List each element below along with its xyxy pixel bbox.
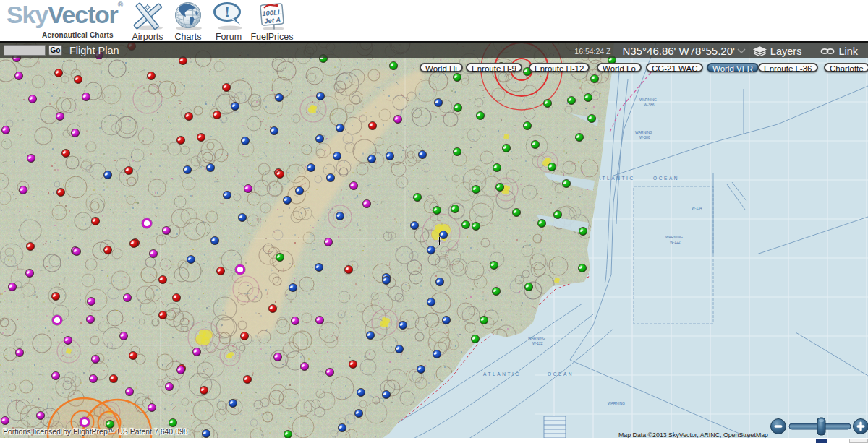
svg-text:!: !: [224, 3, 230, 21]
svg-text:WARNING: WARNING: [608, 401, 625, 405]
svg-text:W-386: W-386: [644, 103, 655, 107]
svg-text:W-134: W-134: [692, 206, 702, 210]
svg-text:WARNING: WARNING: [528, 336, 545, 340]
svg-text:WARNING: WARNING: [639, 98, 657, 102]
svg-text:ATLANTIC: ATLANTIC: [483, 371, 521, 377]
svg-text:WARNING: WARNING: [665, 235, 683, 239]
svg-text:W-386: W-386: [639, 135, 650, 139]
svg-text:WARNING: WARNING: [635, 130, 652, 134]
svg-text:Jet A: Jet A: [264, 15, 281, 25]
svg-text:W-122: W-122: [670, 240, 681, 244]
svg-text:ATLANTIC: ATLANTIC: [597, 176, 635, 181]
svg-text:OCEAN: OCEAN: [548, 371, 574, 377]
svg-text:W-122: W-122: [532, 341, 543, 345]
svg-text:OCEAN: OCEAN: [653, 176, 679, 181]
